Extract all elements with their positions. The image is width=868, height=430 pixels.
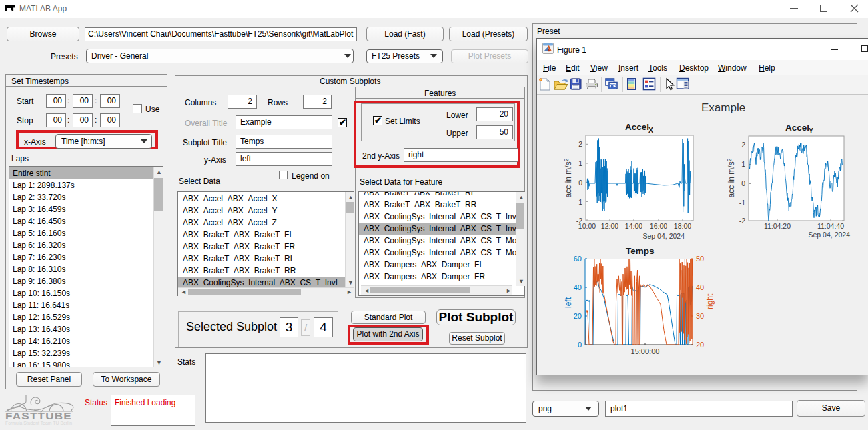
svg-text:Sep 04, 2024: Sep 04, 2024 (809, 231, 851, 239)
svg-text:11:04:40: 11:04:40 (817, 222, 844, 230)
svg-text:18:00: 18:00 (674, 222, 691, 230)
svg-text:-1: -1 (576, 198, 582, 206)
svg-text:14:00: 14:00 (625, 222, 642, 230)
svg-text:1: 1 (578, 159, 582, 167)
svg-text:0: 0 (578, 341, 582, 349)
svg-text:2: 2 (578, 140, 582, 148)
svg-text:-2: -2 (739, 217, 745, 225)
svg-text:Sep 04, 2024: Sep 04, 2024 (643, 232, 685, 240)
svg-text:Temps: Temps (626, 246, 655, 256)
svg-text:0: 0 (578, 179, 582, 187)
svg-text:40: 40 (696, 283, 704, 291)
svg-text:-1: -1 (739, 199, 745, 207)
svg-text:40: 40 (574, 283, 582, 291)
svg-text:16:00: 16:00 (650, 222, 667, 230)
svg-text:Y: Y (809, 127, 813, 135)
svg-text:0: 0 (741, 179, 745, 187)
svg-text:Accel: Accel (785, 123, 809, 133)
svg-text:acc in m/s2: acc in m/s2 (726, 158, 736, 197)
svg-text:left: left (564, 297, 573, 308)
svg-text:60: 60 (574, 255, 582, 263)
svg-text:15:00:00: 15:00:00 (631, 347, 660, 355)
svg-text:11:04:20: 11:04:20 (764, 222, 791, 230)
svg-text:10:00: 10:00 (578, 222, 596, 230)
svg-text:20: 20 (574, 312, 582, 320)
svg-text:30: 30 (696, 312, 704, 320)
svg-text:1: 1 (741, 160, 745, 168)
svg-text:Accel: Accel (625, 122, 649, 132)
svg-text:20: 20 (696, 341, 704, 349)
svg-text:right: right (705, 293, 715, 309)
svg-text:X: X (648, 126, 653, 134)
svg-text:2: 2 (741, 141, 745, 149)
svg-text:50: 50 (696, 255, 704, 263)
svg-text:Formula Student Team TU Berlin: Formula Student Team TU Berlin (5, 421, 72, 425)
svg-text:12:00: 12:00 (601, 222, 618, 230)
svg-text:acc in m/s2: acc in m/s2 (563, 158, 573, 197)
